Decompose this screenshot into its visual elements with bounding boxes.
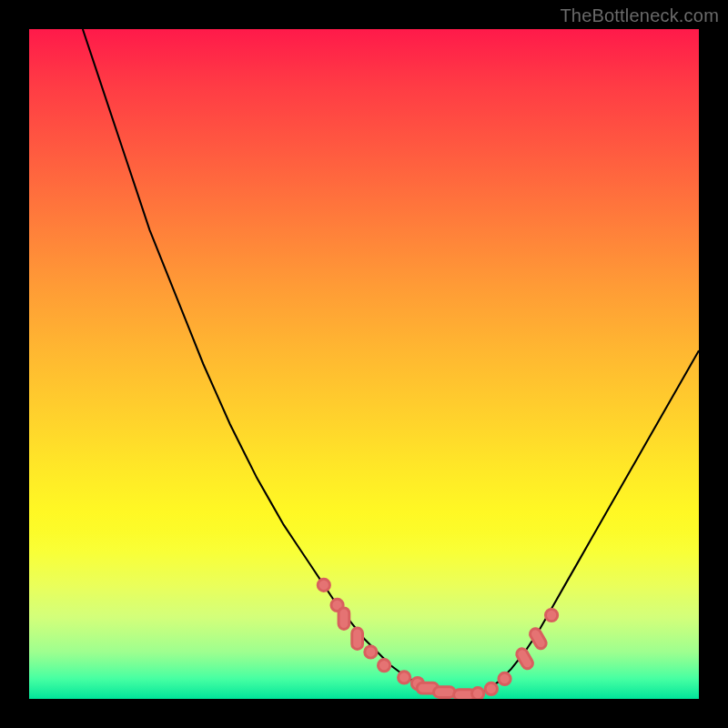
curve-marker	[378, 660, 389, 672]
marker-group	[318, 579, 557, 699]
curve-marker	[399, 672, 410, 683]
curve-marker	[471, 687, 483, 699]
curve-marker	[485, 682, 497, 694]
curve-marker	[318, 579, 329, 591]
curve-marker	[515, 647, 535, 671]
chart-svg	[29, 29, 699, 699]
curve-marker	[545, 609, 557, 621]
chart-frame: TheBottleneck.com	[0, 0, 728, 728]
curve-marker	[339, 608, 349, 630]
watermark-text: TheBottleneck.com	[560, 5, 719, 26]
curve-marker	[352, 628, 363, 650]
curve-marker	[499, 672, 511, 684]
bottleneck-curve-line	[83, 29, 699, 696]
curve-marker	[434, 687, 456, 698]
plot-area	[29, 29, 699, 699]
curve-marker	[365, 646, 377, 658]
curve-marker	[528, 627, 548, 651]
